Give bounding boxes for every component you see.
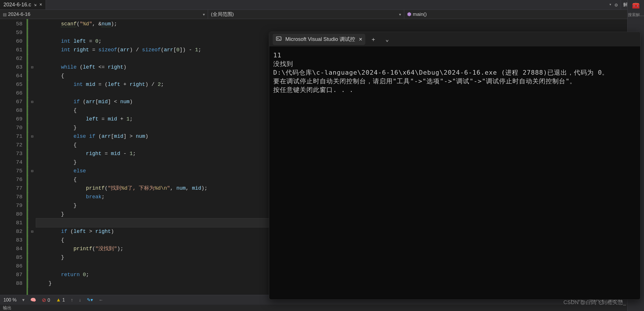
- breadcrumb-file[interactable]: ▤ 2024-6-16 ▾: [0, 10, 208, 19]
- fold-guide: [28, 115, 36, 123]
- chevron-down-icon: ▾: [203, 12, 205, 17]
- brain-icon[interactable]: 🧠: [30, 297, 36, 303]
- line-number: 88: [0, 279, 23, 288]
- fold-toggle-icon[interactable]: ⊟: [28, 63, 36, 71]
- fold-guide: [28, 270, 36, 279]
- breadcrumb-bar: ▤ 2024-6-16 ▾ (全局范围) ▾ ⬢ main() ▾ ＋: [0, 10, 644, 19]
- line-number: 60: [0, 37, 23, 46]
- line-number: 65: [0, 80, 23, 89]
- gear-icon[interactable]: ⚙: [615, 2, 618, 8]
- terminal-tab[interactable]: Microsoft Visual Studio 调试控 ✕: [273, 34, 365, 45]
- line-number: 75: [0, 167, 23, 175]
- line-number: 67: [0, 97, 23, 106]
- line-number-gutter: 5859606162636465666768697071727374757677…: [0, 19, 27, 295]
- line-number: 78: [0, 193, 23, 201]
- nav-down-icon[interactable]: ↓: [79, 297, 81, 303]
- editor-tab[interactable]: 2024-6-16.c ⇲ ×: [0, 0, 46, 10]
- zoom-dropdown-icon[interactable]: ▾: [22, 297, 25, 303]
- line-number: 87: [0, 270, 23, 279]
- fold-toggle-icon[interactable]: ⊟: [28, 132, 36, 141]
- fold-guide: [28, 71, 36, 80]
- line-number: 86: [0, 262, 23, 270]
- vs-icon: [276, 35, 282, 43]
- line-number: 64: [0, 71, 23, 80]
- fold-guide: [28, 262, 36, 270]
- tab-filename: 2024-6-16.c: [3, 2, 31, 8]
- line-number: 68: [0, 106, 23, 115]
- warning-icon: ▲: [56, 297, 61, 303]
- fold-guide: [28, 175, 36, 184]
- line-number: 72: [0, 141, 23, 149]
- fold-guide: [28, 106, 36, 115]
- fold-toggle-icon[interactable]: ⊟: [28, 167, 36, 175]
- terminal-title: Microsoft Visual Studio 调试控: [285, 36, 355, 43]
- warning-count[interactable]: 1: [62, 297, 65, 302]
- terminal-output[interactable]: 11 没找到 D:\代码仓库\c-language\2024-6-16\x64\…: [269, 46, 640, 299]
- line-number: 70: [0, 123, 23, 132]
- tab-overflow-caret-icon[interactable]: ▼: [609, 3, 611, 6]
- line-number: 61: [0, 46, 23, 54]
- pin-icon[interactable]: ⇲: [34, 2, 36, 7]
- line-number: 69: [0, 115, 23, 123]
- brush-icon[interactable]: ✎▾: [87, 297, 93, 303]
- output-panel-label[interactable]: 输出: [0, 305, 644, 311]
- line-number: 76: [0, 175, 23, 184]
- tab-strip: 2024-6-16.c ⇲ × ▼ ⚙ 解决方案: [0, 0, 644, 10]
- fold-guide: [28, 193, 36, 201]
- svg-rect-0: [276, 37, 281, 40]
- terminal-titlebar[interactable]: Microsoft Visual Studio 调试控 ✕ ＋ ⌄: [269, 32, 640, 46]
- debug-console-window[interactable]: Microsoft Visual Studio 调试控 ✕ ＋ ⌄ 11 没找到…: [269, 32, 641, 300]
- fold-guide: [28, 46, 36, 54]
- cube-icon: ⬢: [407, 12, 411, 17]
- line-number: 71: [0, 132, 23, 141]
- line-number: 63: [0, 63, 23, 71]
- fold-toggle-icon[interactable]: ⊟: [28, 227, 36, 236]
- fold-guide: [28, 149, 36, 158]
- code-line[interactable]: scanf("%d", &num);: [36, 20, 644, 28]
- line-number: 84: [0, 244, 23, 253]
- fold-guide: [28, 123, 36, 132]
- terminal-tab-close-icon[interactable]: ✕: [359, 37, 362, 42]
- fold-guide: [28, 253, 36, 262]
- fold-toggle-icon[interactable]: ⊟: [28, 97, 36, 106]
- fold-guide: [28, 184, 36, 193]
- fold-guide: [28, 218, 36, 227]
- zoom-level[interactable]: 100 %: [3, 297, 16, 303]
- line-number: 80: [0, 210, 23, 218]
- line-number: 83: [0, 236, 23, 244]
- fold-guide: [28, 80, 36, 89]
- breadcrumb-file-label: 2024-6-16: [8, 12, 31, 17]
- watermark: CSDN @白鸽飞到枪头憩_: [564, 299, 626, 306]
- toolbox-icon[interactable]: 🧰: [632, 2, 640, 10]
- breadcrumb-function[interactable]: ⬢ main() ▾: [404, 10, 636, 19]
- line-number: 77: [0, 184, 23, 193]
- fold-guide: [28, 89, 36, 97]
- fold-guide: [28, 210, 36, 218]
- fold-guide: [28, 158, 36, 167]
- breadcrumb-func-label: main(): [413, 12, 427, 17]
- fold-guide: [28, 37, 36, 46]
- fold-guide: [28, 236, 36, 244]
- fold-guide: [28, 54, 36, 63]
- file-icon: ▤: [3, 12, 7, 17]
- line-number: 82: [0, 227, 23, 236]
- chevron-down-icon: ▾: [399, 12, 401, 17]
- line-number: 81: [0, 218, 23, 227]
- search-placeholder[interactable]: 搜索解…: [628, 12, 644, 18]
- line-number: 79: [0, 201, 23, 210]
- close-tab-icon[interactable]: ×: [40, 2, 42, 7]
- breadcrumb-scope[interactable]: (全局范围) ▾: [208, 10, 404, 19]
- error-icon: ⊘: [42, 297, 46, 303]
- terminal-dropdown-icon[interactable]: ⌄: [381, 36, 393, 43]
- fold-guide: [28, 201, 36, 210]
- line-number: 85: [0, 253, 23, 262]
- line-number: 58: [0, 20, 23, 28]
- terminal-new-tab-button[interactable]: ＋: [368, 35, 379, 43]
- line-number: 73: [0, 149, 23, 158]
- fold-column[interactable]: ⊟⊟⊟⊟⊟: [28, 19, 36, 295]
- nav-up-icon[interactable]: ↑: [71, 297, 73, 303]
- nav-back-icon[interactable]: ←: [99, 297, 103, 303]
- line-number: 62: [0, 54, 23, 63]
- error-count[interactable]: 0: [48, 298, 50, 303]
- line-number: 59: [0, 28, 23, 37]
